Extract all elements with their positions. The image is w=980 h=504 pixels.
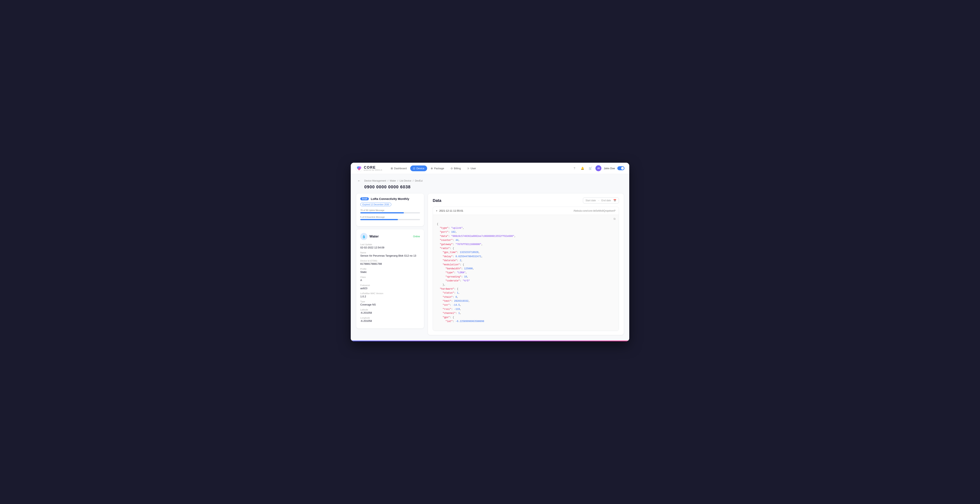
logo-icon <box>355 165 363 172</box>
bell-icon-btn[interactable]: 🔔 <box>579 165 585 171</box>
field-lorawan-mac: LoRaWan MAC Version 1.0.2 <box>360 292 420 298</box>
field-label-latitude: Latitude <box>360 308 420 311</box>
right-panel: Data Start date → End date 📅 ▾ 2021-12-1… <box>428 194 624 335</box>
field-class: Class A <box>360 276 420 281</box>
downlink-progress-bg <box>360 219 420 220</box>
nav-package-label: Package <box>434 167 444 170</box>
status-badge: Online <box>413 235 420 238</box>
nav-dashboard[interactable]: ⊞ Dashboard <box>388 165 410 171</box>
nav-user-label: User <box>471 167 476 170</box>
breadcrumb-item-4: DevEui <box>415 180 423 182</box>
field-label-profile: Profile <box>360 268 420 270</box>
field-value-profile: Static <box>360 270 420 273</box>
breadcrumb-sep-3: / <box>413 180 414 182</box>
downlink-progress-fill <box>360 219 398 220</box>
package-icon: ⊛ <box>431 167 433 170</box>
field-frekuensi: Frekuensi as923 <box>360 284 420 290</box>
field-name: Name Sensor Air Perumnas Tangerang Blok … <box>360 251 420 257</box>
data-timestamp: 2021-12-11 11:55:01 <box>439 209 463 212</box>
device-icon: ⊡ <box>413 167 415 170</box>
downlink-label: 5 of 8 Downlink Message <box>360 216 420 218</box>
breadcrumb: Device Management / Water / List Device … <box>364 180 423 182</box>
device-card: 💧 Water Online Last Update 02-02-2022 12… <box>356 229 424 328</box>
billing-icon: ⊙ <box>450 167 453 170</box>
breadcrumb-item-2[interactable]: Water <box>390 180 396 182</box>
uplink-label: 70 of 96 Uplink Message <box>360 209 420 211</box>
navbar: CORE powered by NEBULA ⊞ Dashboard ⊡ Dev… <box>351 163 629 174</box>
data-entry-row: ▾ 2021-12-11 11:55:01 /Nebula-core/core-… <box>433 207 619 331</box>
field-label-name: Name <box>360 251 420 254</box>
field-value-frekuensi: as923 <box>360 287 420 290</box>
breadcrumb-item-3[interactable]: List Device <box>400 180 411 182</box>
nav-right: ? 🔔 🛒 JD John Doe <box>571 165 625 171</box>
logo-nebula-text: powered by NEBULA <box>364 169 382 171</box>
json-display: { "type": "uplink", "port": 102, "data":… <box>437 218 615 328</box>
nav-billing[interactable]: ⊙ Billing <box>448 165 464 171</box>
uplink-row: 70 of 96 Uplink Message <box>360 209 420 213</box>
field-label-device-id: Device Id (OTAA) <box>360 259 420 262</box>
field-label-class: Class <box>360 276 420 278</box>
nav-billing-label: Billing <box>454 167 461 170</box>
help-icon-btn[interactable]: ? <box>571 165 577 171</box>
field-label-last-update: Last Update <box>360 243 420 246</box>
package-badge: Small <box>360 197 369 200</box>
field-value-latitude: -6.201058 <box>360 311 420 314</box>
calendar-icon: 📅 <box>613 199 616 202</box>
logo-text: CORE powered by NEBULA <box>364 166 382 171</box>
date-range-picker[interactable]: Start date → End date 📅 <box>583 197 619 204</box>
logo-area: CORE powered by NEBULA <box>355 165 382 172</box>
end-date-input[interactable]: End date <box>601 199 611 202</box>
package-header: Small LoRa Connectivity Monthly <box>360 197 420 200</box>
back-button[interactable]: ← <box>356 178 362 184</box>
user-avatar: JD <box>595 165 601 171</box>
field-longitude: Longitude -6.201058 <box>360 316 420 323</box>
left-panel: Small LoRa Connectivity Monthly Expired … <box>356 194 424 328</box>
package-name: LoRa Connectivity Monthly <box>371 197 409 200</box>
uplink-progress-fill <box>360 212 404 213</box>
device-header: 💧 Water Online <box>360 233 420 240</box>
downlink-row: 5 of 8 Downlink Message <box>360 216 420 220</box>
field-last-update: Last Update 02-02-2022 12:54:09 <box>360 243 420 249</box>
nav-items: ⊞ Dashboard ⊡ Device ⊛ Package ⊙ Billing… <box>388 165 570 171</box>
expired-badge: Expired 12 December 2030 <box>360 203 391 206</box>
field-label-frekuensi: Frekuensi <box>360 284 420 286</box>
field-profile: Profile Static <box>360 268 420 273</box>
bottom-accent-bar <box>351 340 629 341</box>
nav-dashboard-label: Dashboard <box>394 167 407 170</box>
cart-icon-btn[interactable]: 🛒 <box>587 165 593 171</box>
user-icon: ⊃ <box>467 167 469 170</box>
data-row-left: ▾ 2021-12-11 11:55:01 <box>436 209 463 212</box>
uplink-progress-bg <box>360 212 420 213</box>
device-icon-circle: 💧 <box>360 233 368 240</box>
data-section-title: Data <box>433 198 441 203</box>
nav-user[interactable]: ⊃ User <box>465 165 479 171</box>
field-value-type: Coverage NS <box>360 303 420 306</box>
field-value-class: A <box>360 279 420 281</box>
field-device-id: Device Id (OTAA) 817888178881788 <box>360 259 420 266</box>
nav-device[interactable]: ⊡ Device <box>410 165 427 171</box>
browser-frame: CORE powered by NEBULA ⊞ Dashboard ⊡ Dev… <box>351 163 629 341</box>
nav-device-label: Device <box>417 167 424 170</box>
field-type: Type Coverage NS <box>360 300 420 306</box>
logo-core-text: CORE <box>364 166 382 169</box>
dashboard-icon: ⊞ <box>391 167 393 170</box>
data-path: /Nebula-core/core-bk5eMix8QnqwkwnP <box>574 210 616 212</box>
start-date-input[interactable]: Start date <box>585 199 596 202</box>
nav-package[interactable]: ⊛ Package <box>428 165 447 171</box>
field-value-name: Sensor Air Perumnas Tangerang Blok G12 n… <box>360 254 420 257</box>
breadcrumb-item-1[interactable]: Device Management <box>364 180 386 182</box>
copy-button[interactable]: ⧉ <box>614 217 616 221</box>
field-latitude: Latitude -6.201058 <box>360 308 420 314</box>
device-title-row: 💧 Water <box>360 233 379 240</box>
field-value-device-id: 817888178881788 <box>360 262 420 266</box>
chevron-down-icon: ▾ <box>436 210 437 212</box>
breadcrumb-sep-2: / <box>398 180 398 182</box>
svg-point-3 <box>358 168 360 170</box>
field-value-longitude: -6.201058 <box>360 320 420 323</box>
data-row-header[interactable]: ▾ 2021-12-11 11:55:01 /Nebula-core/core-… <box>433 207 619 215</box>
field-value-last-update: 02-02-2022 12:54:09 <box>360 246 420 249</box>
theme-toggle[interactable] <box>617 166 625 170</box>
breadcrumb-sep-1: / <box>388 180 388 182</box>
field-label-type: Type <box>360 300 420 303</box>
device-name-label: Water <box>369 234 379 238</box>
